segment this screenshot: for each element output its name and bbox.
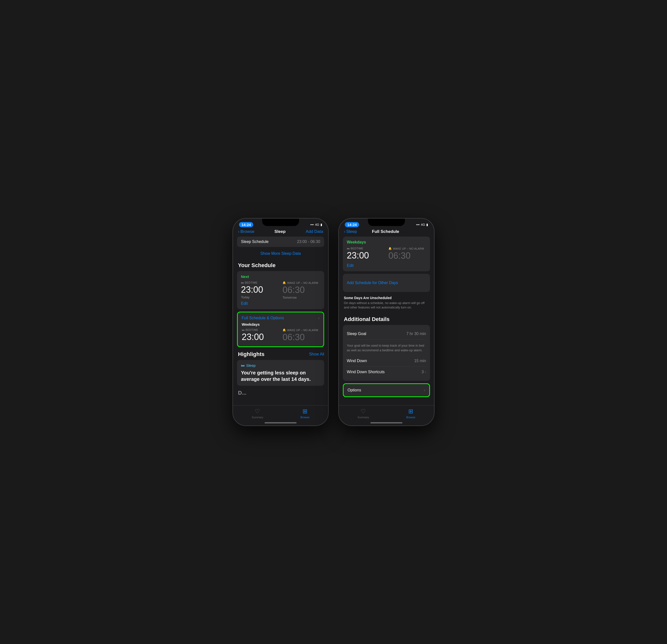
schedule-times: 🛏 BEDTIME 23:00 Today 🔔 WAKE UP – NO ALA… [241, 281, 320, 299]
schedule-card: Next 🛏 BEDTIME 23:00 Today 🔔 WAKE UP [237, 271, 324, 309]
phone-right: 14:24 ▪▪▪ 4G ▮ ‹ Sleep Full Schedule Wee… [338, 218, 435, 426]
sleep-schedule-value: 23:00 - 06:30 [297, 240, 320, 244]
bedtime-col: 🛏 BEDTIME 23:00 Today [241, 281, 279, 299]
highlight-icon-label: 🛏 Sleep [241, 364, 320, 368]
fs-wakeup-time: 06:30 [282, 332, 320, 342]
network-right: 4G [421, 223, 425, 226]
unscheduled-title: Some Days Are Unscheduled [344, 296, 429, 300]
wd-bedtime-col: 🛏 BEDTIME 23:00 [347, 247, 385, 261]
wakeup-time-left: 06:30 [282, 285, 320, 295]
home-indicator-right [370, 422, 403, 423]
full-schedule-times: 🛏 BEDTIME 23:00 🔔 WAKE UP – NO ALARM 06:… [242, 328, 320, 343]
wd-bed-icon: 🛏 [347, 247, 349, 250]
heart-icon-right: ♡ [361, 408, 366, 415]
full-schedule-card[interactable]: Full Schedule & Options › Weekdays 🛏 BED… [237, 312, 324, 347]
nav-header-right: ‹ Sleep Full Schedule [339, 228, 434, 237]
partial-section: D... [238, 390, 324, 396]
tab-browse-right[interactable]: ⊞ Browse [406, 408, 416, 419]
nav-title-left: Sleep [274, 229, 286, 234]
shortcuts-row[interactable]: Wind Down Shortcuts 3 › [347, 367, 426, 377]
shortcuts-value: 3 › [422, 370, 426, 374]
sleep-goal-row[interactable]: Sleep Goal 7 hr 30 min [347, 328, 426, 339]
additional-details-card: Sleep Goal 7 hr 30 min Your goal will be… [343, 325, 430, 381]
shortcuts-chevron: › [425, 370, 426, 374]
wd-bedtime-label: 🛏 BEDTIME [347, 247, 385, 250]
sleep-goal-value: 7 hr 30 min [406, 332, 426, 336]
home-indicator-left [264, 422, 297, 423]
full-schedule-title: Full Schedule & Options › [242, 316, 320, 320]
status-icons-right: ▪▪▪ 4G ▮ [416, 223, 428, 226]
fs-bedtime-time: 23:00 [242, 332, 279, 342]
fs-bedtime-col: 🛏 BEDTIME 23:00 [242, 328, 279, 343]
sleep-goal-subtext-row: Your goal will be used to keep track of … [347, 339, 426, 355]
options-label: Options [347, 388, 361, 392]
full-schedule-chevron: › [318, 316, 320, 320]
nav-back-right[interactable]: ‹ Sleep [344, 229, 357, 234]
tab-summary-label-right: Summary [358, 416, 369, 419]
tab-browse-label-left: Browse [300, 416, 310, 419]
bedtime-label-left: 🛏 BEDTIME [241, 281, 279, 284]
heart-icon-left: ♡ [255, 408, 260, 415]
fs-wakeup-label: 🔔 WAKE UP – NO ALARM [282, 328, 320, 332]
nav-back-left[interactable]: ‹ Browse [238, 229, 254, 234]
notch-right [368, 219, 405, 226]
highlight-bed-icon: 🛏 [241, 364, 245, 368]
unscheduled-notice: Some Days Are Unscheduled On days withou… [343, 294, 430, 312]
add-schedule-card[interactable]: Add Schedule for Other Days [343, 274, 430, 292]
nav-title-right: Full Schedule [372, 229, 399, 234]
tab-summary-label-left: Summary [252, 416, 263, 419]
content-left: Sleep Schedule 23:00 - 06:30 Show More S… [233, 237, 328, 409]
signal-icon-right: ▪▪▪ [416, 223, 420, 226]
wind-down-row[interactable]: Wind Down 15 min [347, 355, 426, 367]
additional-details-header: Additional Details [344, 316, 430, 322]
wd-wakeup-label: 🔔 WAKE UP – NO ALARM [388, 247, 426, 250]
alarm-icon-left: 🔔 [282, 281, 286, 284]
wakeup-label-left: 🔔 WAKE UP – NO ALARM [282, 281, 320, 284]
wd-alarm-icon: 🔔 [388, 247, 392, 250]
shortcuts-label: Wind Down Shortcuts [347, 370, 385, 374]
phone-left: 14:24 ▪▪▪ 4G ▮ ‹ Browse Sleep Add Data S… [232, 218, 329, 426]
edit-link-right[interactable]: Edit [347, 263, 426, 268]
tab-browse-left[interactable]: ⊞ Browse [300, 408, 310, 419]
bedtime-time-left: 23:00 [241, 285, 279, 295]
fs-alarm-icon: 🔔 [282, 328, 286, 332]
fs-bed-icon: 🛏 [242, 328, 244, 331]
wd-wakeup-col: 🔔 WAKE UP – NO ALARM 06:30 [388, 247, 426, 261]
chevron-back-icon-left: ‹ [238, 229, 240, 234]
sleep-goal-subtext: Your goal will be used to keep track of … [347, 341, 426, 353]
status-time-right: 14:24 [345, 222, 359, 227]
sleep-schedule-row[interactable]: Sleep Schedule 23:00 - 06:30 [237, 237, 324, 247]
notch-left [262, 219, 299, 226]
content-right: Weekdays 🛏 BEDTIME 23:00 🔔 WAKE UP – NO … [339, 237, 434, 409]
highlight-card: 🛏 Sleep You're getting less sleep on ave… [237, 360, 324, 386]
highlight-text: You're getting less sleep on average ove… [241, 370, 320, 382]
weekdays-label: Weekdays [347, 240, 426, 244]
status-time-left: 14:24 [239, 222, 253, 227]
sleep-goal-label: Sleep Goal [347, 332, 366, 336]
tab-summary-left[interactable]: ♡ Summary [252, 408, 263, 419]
battery-icon-left: ▮ [321, 223, 322, 226]
tab-summary-right[interactable]: ♡ Summary [358, 408, 369, 419]
nav-header-left: ‹ Browse Sleep Add Data [233, 228, 328, 237]
wind-down-label: Wind Down [347, 359, 367, 363]
show-all-link[interactable]: Show All [309, 352, 324, 356]
bed-icon-left: 🛏 [241, 281, 244, 284]
wakeup-sub-left: Tomorrow [282, 296, 320, 299]
show-more-sleep-data[interactable]: Show More Sleep Data [237, 249, 324, 258]
weekdays-card: Weekdays 🛏 BEDTIME 23:00 🔔 WAKE UP – NO … [343, 237, 430, 271]
highlights-title: Highlights [238, 351, 264, 357]
weekdays-times: 🛏 BEDTIME 23:00 🔔 WAKE UP – NO ALARM 06:… [347, 247, 426, 261]
phones-container: 14:24 ▪▪▪ 4G ▮ ‹ Browse Sleep Add Data S… [232, 218, 435, 426]
tab-browse-label-right: Browse [406, 416, 416, 419]
wind-down-value: 15 min [414, 359, 426, 363]
edit-link-left[interactable]: Edit [241, 301, 320, 306]
options-row[interactable]: Options › [343, 383, 430, 397]
fs-wakeup-col: 🔔 WAKE UP – NO ALARM 06:30 [282, 328, 320, 343]
status-icons-left: ▪▪▪ 4G ▮ [310, 223, 322, 226]
chevron-back-icon-right: ‹ [344, 229, 345, 234]
add-schedule-btn[interactable]: Add Schedule for Other Days [347, 277, 426, 289]
network-left: 4G [315, 223, 319, 226]
full-schedule-weekdays: Weekdays [242, 322, 320, 326]
battery-icon-right: ▮ [426, 223, 428, 226]
nav-action-left[interactable]: Add Data [306, 229, 323, 234]
